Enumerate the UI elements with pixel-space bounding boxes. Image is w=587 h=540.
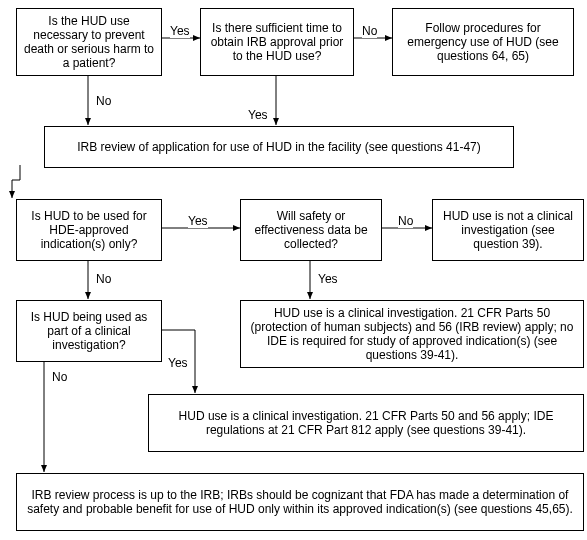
node-q-safety: Will safety or effectiveness data be col… [240,199,382,261]
edge-label: No [96,272,111,286]
text: Follow procedures for emergency use of H… [399,21,567,63]
text: Will safety or effectiveness data be col… [247,209,375,251]
connectors [0,0,587,540]
node-irb-process: IRB review process is up to the IRB; IRB… [16,473,584,531]
node-q-time: Is there sufficient time to obtain IRB a… [200,8,354,76]
edge-label: No [52,370,67,384]
node-emergency: Follow procedures for emergency use of H… [392,8,574,76]
edge-label: Yes [170,24,190,38]
edge-label: Yes [318,272,338,286]
edge-label: No [398,214,413,228]
flowchart-canvas: Is the HUD use necessary to prevent deat… [0,0,587,540]
text: Is HUD being used as part of a clinical … [23,310,155,352]
text: HUD use is a clinical investigation. 21 … [247,306,577,362]
node-clinical-a: HUD use is a clinical investigation. 21 … [240,300,584,368]
text: IRB review of application for use of HUD… [77,140,481,154]
text: Is the HUD use necessary to prevent deat… [23,14,155,70]
node-q-clinical: Is HUD being used as part of a clinical … [16,300,162,362]
edge-label: Yes [188,214,208,228]
node-q-prevent: Is the HUD use necessary to prevent deat… [16,8,162,76]
node-irb-review: IRB review of application for use of HUD… [44,126,514,168]
text: HUD use is a clinical investigation. 21 … [155,409,577,437]
edge-label: No [362,24,377,38]
node-q-hde: Is HUD to be used for HDE-approved indic… [16,199,162,261]
text: Is HUD to be used for HDE-approved indic… [23,209,155,251]
edge-label: Yes [248,108,268,122]
edge-label: No [96,94,111,108]
text: IRB review process is up to the IRB; IRB… [23,488,577,516]
text: Is there sufficient time to obtain IRB a… [207,21,347,63]
node-clinical-b: HUD use is a clinical investigation. 21 … [148,394,584,452]
node-not-clinical: HUD use is not a clinical investigation … [432,199,584,261]
edge-label: Yes [168,356,188,370]
text: HUD use is not a clinical investigation … [439,209,577,251]
